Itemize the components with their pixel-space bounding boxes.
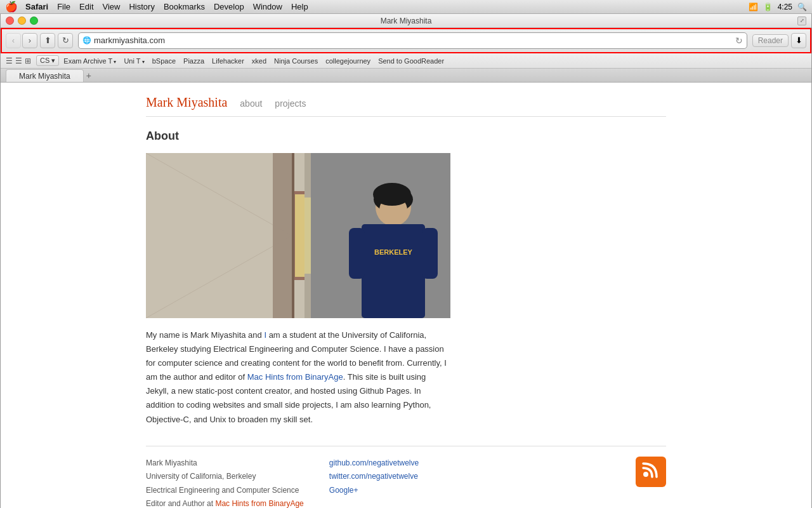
bookmark-uni[interactable]: Uni T [121,57,147,65]
footer-links: github.com/negativetwelve twitter.com/ne… [329,457,419,498]
wifi-icon: 📶 [749,3,758,11]
download-button[interactable]: ⬇ [791,33,806,48]
expand-button[interactable]: ⤢ [797,17,806,25]
menu-bookmarks[interactable]: Bookmarks [164,2,205,11]
forward-button[interactable]: › [22,33,37,48]
site-nav: Mark Miyashita about projects [146,95,666,117]
bookmark-piazza[interactable]: Piazza [180,57,207,65]
site-title[interactable]: Mark Miyashita [146,95,227,110]
footer-mac-hints-link[interactable]: Mac Hints from BinaryAge [215,499,303,508]
svg-rect-16 [349,228,365,279]
close-button[interactable] [6,17,14,25]
svg-rect-5 [295,194,304,277]
hero-image: BERKELEY [146,153,450,318]
menu-file[interactable]: File [57,2,70,11]
footer-github[interactable]: github.com/negativetwelve [329,457,419,471]
window-title: Mark Miyashita [381,17,432,25]
nav-projects[interactable]: projects [275,98,306,109]
url-input[interactable] [94,36,733,45]
bio-highlight: I [264,330,266,340]
refresh-icon[interactable]: ↻ [735,36,743,46]
reload-button[interactable]: ↻ [58,33,73,48]
browser-window: Mark Miyashita ⤢ ‹ › ⬆ ↻ 🌐 ↻ Reader ⬇ ☰ … [0,14,812,508]
bookmarks-bar: ☰ ☰ ⊞ CS ▾ Exam Archive T Uni T bSpace P… [1,53,811,69]
menubar-right: 📶 🔋 4:25 🔍 [749,3,807,11]
address-bar[interactable]: 🌐 ↻ [78,32,747,49]
tab-mark-miyashita[interactable]: Mark Miyashita [6,69,84,82]
svg-rect-6 [304,197,311,274]
footer-major: Electrical Engineering and Computer Scie… [146,484,304,498]
bookmark-exam-archive[interactable]: Exam Archive T [60,57,119,65]
back-button[interactable]: ‹ [6,33,21,48]
lock-icon: 🌐 [82,36,91,44]
bookmark-bspace[interactable]: bSpace [149,57,179,65]
battery-icon: 🔋 [763,3,773,11]
bookmark-icons: ☰ ☰ ⊞ [6,57,31,65]
svg-rect-17 [422,228,438,279]
reader-button[interactable]: Reader [752,34,789,47]
svg-point-13 [373,183,411,206]
menu-history[interactable]: History [129,2,154,11]
rss-svg [642,460,660,478]
menu-safari[interactable]: Safari [25,2,48,11]
clock: 4:25 [778,3,792,11]
svg-point-18 [643,472,648,477]
sidebar-icon[interactable]: ☰ [6,57,13,65]
minimize-button[interactable] [18,17,26,25]
bookmark-ninja[interactable]: Ninja Courses [271,57,321,65]
hero-image-inner: BERKELEY [146,153,450,318]
footer-googleplus[interactable]: Google+ [329,484,419,498]
tab-bar: Mark Miyashita + [1,69,811,83]
footer-role: Editor and Author at Mac Hints from Bina… [146,497,304,508]
hero-svg: BERKELEY [146,153,450,318]
menu-window[interactable]: Window [253,2,282,11]
svg-rect-4 [292,153,294,318]
web-content: Mark Miyashita about projects About [1,83,811,508]
bookmark-college[interactable]: collegejourney [322,57,374,65]
bio-text: My name is Mark Miyashita and I am a stu… [146,328,450,427]
cs-bookmark[interactable]: CS ▾ [36,55,59,66]
search-icon[interactable]: 🔍 [797,3,807,11]
menubar: 🍎 Safari File Edit View History Bookmark… [0,0,812,14]
menu-develop[interactable]: Develop [214,2,244,11]
bookmark-goodreader[interactable]: Send to GoodReader [375,57,447,65]
svg-rect-14 [362,224,425,318]
svg-rect-2 [273,153,292,318]
rss-symbol [642,460,660,483]
title-bar: Mark Miyashita ⤢ [1,14,811,28]
menu-help[interactable]: Help [291,2,308,11]
footer-university: University of California, Berkeley [146,470,304,484]
mac-hints-link[interactable]: Mac Hints from BinaryAge [247,372,343,382]
nav-buttons: ‹ › [6,33,37,48]
share-button[interactable]: ⬆ [40,33,55,48]
add-tab-button[interactable]: + [86,70,91,81]
footer-name: Mark Miyashita [146,457,304,471]
apple-menu[interactable]: 🍎 [5,1,18,13]
menu-edit[interactable]: Edit [79,2,93,11]
site-wrapper: Mark Miyashita about projects About [121,83,691,508]
footer-info: Mark Miyashita University of California,… [146,457,304,508]
bookmark-xked[interactable]: xked [249,57,270,65]
grid-icon[interactable]: ⊞ [25,57,31,65]
maximize-button[interactable] [30,17,38,25]
reading-list-icon[interactable]: ☰ [15,57,22,65]
toolbar: ‹ › ⬆ ↻ 🌐 ↻ Reader ⬇ [1,28,811,53]
menu-view[interactable]: View [103,2,121,11]
nav-about[interactable]: about [240,98,262,109]
rss-icon[interactable] [636,457,666,487]
page-heading: About [146,130,666,143]
footer-twitter[interactable]: twitter.com/negativetwelve [329,470,419,484]
svg-text:BERKELEY: BERKELEY [374,248,413,256]
bookmark-lifehacker[interactable]: Lifehacker [209,57,247,65]
site-footer: Mark Miyashita University of California,… [146,446,666,508]
traffic-lights [6,17,38,25]
